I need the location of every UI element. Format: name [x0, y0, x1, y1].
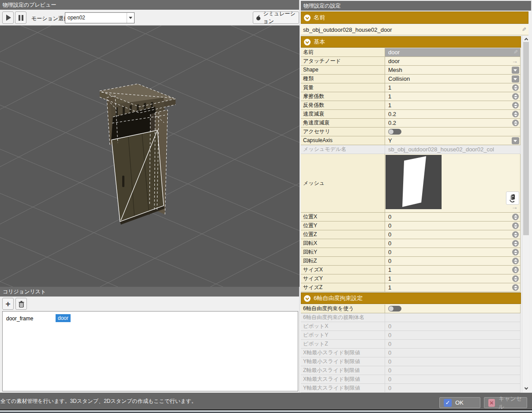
property-value[interactable]: Mesh — [385, 66, 521, 75]
spinner-icon[interactable] — [512, 275, 519, 282]
row-size-x: サイズX 1 — [301, 266, 521, 274]
toggle-switch-off[interactable] — [388, 129, 401, 135]
property-label: 速度減衰 — [301, 110, 385, 119]
ok-button[interactable]: ✓ OK — [439, 397, 480, 408]
motion-select-dropdown[interactable]: open02 — [65, 12, 135, 23]
list-item-door-frame[interactable]: door_frame — [6, 315, 33, 322]
property-label: 名前 — [301, 48, 385, 57]
dropdown-arrow-icon[interactable] — [127, 13, 134, 23]
dropdown-icon[interactable] — [512, 75, 519, 83]
spinner-icon[interactable] — [512, 249, 519, 255]
property-value: 0 — [385, 322, 521, 331]
row-pos-y: 位置Y 0 — [301, 222, 521, 230]
property-label: CapsuleAxis — [301, 136, 385, 145]
property-value: 0 — [385, 375, 521, 384]
property-value[interactable]: 0 — [385, 257, 521, 266]
row-z-min-slide: Z軸最小スライド制限値 0 — [301, 366, 521, 375]
simulation-button[interactable]: シミュレーション — [253, 11, 299, 24]
property-value[interactable]: 0 — [385, 222, 521, 230]
section-header-basic[interactable]: 基本 — [301, 36, 521, 48]
property-label: ピボットZ — [301, 340, 385, 349]
spinner-icon[interactable] — [512, 284, 519, 291]
property-value: 0 — [385, 384, 521, 393]
property-label: 位置Z — [301, 230, 385, 239]
collision-list-toolbar: + — [0, 297, 299, 311]
property-label: X軸最大スライド制限値 — [301, 375, 385, 384]
spinner-icon[interactable] — [512, 222, 519, 229]
pause-button[interactable] — [15, 11, 26, 24]
row-linear-damping: 速度減衰 0.2 — [301, 110, 521, 119]
collision-list[interactable]: door_frame door — [2, 311, 298, 391]
toggle-switch-off[interactable] — [388, 306, 401, 312]
property-value[interactable]: 1 — [385, 283, 521, 292]
spinner-icon[interactable] — [512, 102, 519, 109]
property-label: 位置X — [301, 213, 385, 222]
x-icon: × — [488, 399, 495, 407]
row-attach-node: アタッチノード door→ — [301, 57, 521, 66]
spinner-icon[interactable] — [512, 120, 519, 126]
spinner-icon[interactable] — [512, 111, 519, 117]
property-value[interactable]: 1 — [385, 266, 521, 274]
cancel-button[interactable]: × キャンセル — [484, 397, 527, 408]
property-value — [385, 304, 521, 313]
property-label: 6軸自由度拘束の親剛体名 — [301, 313, 385, 322]
collision-list-title: コリジョンリスト — [0, 287, 299, 297]
property-value[interactable]: 1 — [385, 274, 521, 283]
delete-collision-button[interactable] — [15, 298, 27, 310]
edit-pencil-icon[interactable]: ✎ — [522, 25, 526, 35]
property-value[interactable]: 1 — [385, 83, 521, 92]
collapse-chevron-icon — [304, 295, 311, 302]
section-header-6dof[interactable]: 6軸自由度拘束設定 — [301, 293, 521, 304]
pause-icon — [19, 15, 23, 21]
play-icon — [6, 15, 11, 21]
row-mass: 質量 1 — [301, 83, 521, 92]
property-label: 位置Y — [301, 222, 385, 230]
property-value: 0 — [385, 357, 521, 366]
row-accessory: アクセサリ — [301, 128, 521, 136]
spinner-icon[interactable] — [512, 93, 519, 100]
model-rotate-icon — [508, 193, 517, 203]
spinner-icon[interactable] — [512, 258, 519, 264]
properties-scroll-area: 基本 名前 door✎ アタッチノード door→ Shape Mesh 種類 … — [301, 36, 521, 393]
property-value[interactable]: 1 — [385, 101, 521, 110]
vertical-scrollbar[interactable] — [522, 36, 529, 393]
scroll-down-button[interactable] — [522, 385, 530, 393]
scrollbar-thumb[interactable] — [523, 42, 529, 235]
property-value[interactable]: 0 — [385, 248, 521, 257]
row-y-min-slide: Y軸最小スライド制限値 0 — [301, 357, 521, 366]
property-value[interactable]: 0.2 — [385, 119, 521, 128]
section-header-name[interactable]: 名前 — [301, 11, 528, 24]
property-value[interactable]: 0 — [385, 213, 521, 222]
nav-arrow-icon[interactable]: → — [512, 57, 518, 65]
dropdown-icon[interactable] — [512, 67, 519, 74]
property-value[interactable]: Collision — [385, 75, 521, 83]
property-value[interactable]: 1 — [385, 92, 521, 101]
property-label: サイズZ — [301, 283, 385, 292]
spinner-icon[interactable] — [512, 240, 519, 247]
mesh-thumbnail — [386, 155, 442, 209]
row-type: 種類 Collision — [301, 75, 521, 83]
row-angular-damping: 角速度減衰 0.2 — [301, 119, 521, 128]
property-value[interactable]: 0.2 — [385, 110, 521, 119]
property-value: → — [385, 154, 521, 213]
object-name-field[interactable]: sb_obj_outdoor028_house02_door ✎ — [301, 25, 528, 35]
spinner-icon[interactable] — [512, 84, 519, 91]
row-6dof-parent: 6軸自由度拘束の親剛体名 — [301, 313, 521, 322]
dropdown-icon[interactable] — [512, 137, 519, 144]
mesh-nav-arrow-icon[interactable]: → — [511, 203, 518, 211]
3d-viewport[interactable] — [0, 26, 300, 287]
spinner-icon[interactable] — [512, 214, 519, 220]
spinner-icon[interactable] — [512, 267, 519, 273]
motion-select-value: open02 — [67, 15, 85, 21]
property-value[interactable]: Y — [385, 136, 521, 145]
add-collision-button[interactable]: + — [2, 298, 14, 310]
spinner-icon[interactable] — [512, 231, 519, 238]
property-value[interactable]: door→ — [385, 57, 521, 66]
list-item-door-selected[interactable]: door — [56, 314, 71, 322]
property-label: サイズX — [301, 266, 385, 274]
property-label: 摩擦係数 — [301, 92, 385, 101]
property-value[interactable]: 0 — [385, 239, 521, 248]
play-button[interactable] — [2, 11, 14, 24]
3d-scene — [0, 26, 300, 287]
property-value[interactable]: 0 — [385, 230, 521, 239]
